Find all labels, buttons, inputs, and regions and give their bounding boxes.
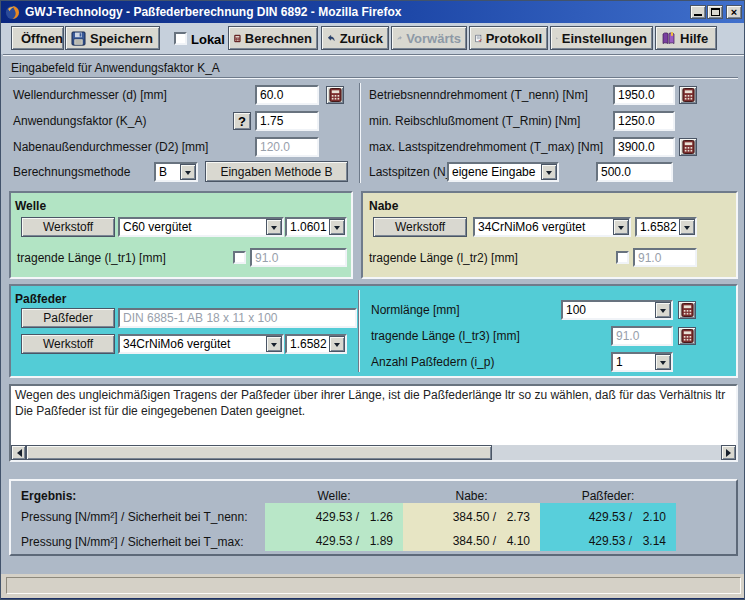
back-button-label: Zurück [340, 31, 383, 46]
key-material-select[interactable]: 34CrNiMo6 vergütet [118, 334, 284, 354]
nabe-safety-tmax: 4.10 [507, 534, 530, 548]
result-cell: 429.53 / 2.10 [540, 510, 676, 524]
key-section-divider [358, 290, 359, 372]
dropdown-arrow-icon[interactable] [266, 336, 282, 352]
key-designation-field [118, 308, 357, 328]
dropdown-arrow-icon[interactable] [655, 302, 671, 318]
key-material-number-value: 1.6582 [287, 336, 329, 352]
calculator-icon [681, 329, 694, 343]
key-count-select[interactable]: 1 [611, 352, 673, 372]
toolbar-divider [3, 54, 744, 55]
nominal-torque-calc-button[interactable] [679, 86, 697, 104]
dropdown-arrow-icon[interactable] [679, 219, 695, 235]
shaft-material-number-value: 1.0601 [287, 219, 329, 235]
calculator-icon [682, 88, 695, 102]
application-window: GWJ-Technology - Paßfederberechnung DIN … [0, 0, 745, 600]
back-button[interactable]: Zurück [321, 26, 389, 50]
local-checkbox[interactable] [174, 32, 187, 45]
application-factor-help-button[interactable]: ? [233, 112, 251, 130]
max-peak-torque-input[interactable] [613, 137, 675, 157]
close-button[interactable]: × [726, 5, 742, 19]
passfeder-pressure-tnenn: 429.53 / [589, 510, 632, 524]
dropdown-arrow-icon[interactable] [329, 336, 345, 352]
results-title: Ergebnis: [21, 489, 76, 503]
maximize-button[interactable] [707, 5, 723, 19]
dropdown-arrow-icon[interactable] [541, 164, 557, 180]
help-button[interactable]: Hilfe [655, 26, 717, 50]
scroll-left-icon [13, 449, 22, 457]
hub-material-select-value: 34CrNiMo6 vergütet [475, 219, 613, 235]
results-band-welle: 429.53 / 1.26 429.53 / 1.89 [265, 503, 403, 551]
shaft-diameter-calc-button[interactable] [326, 86, 344, 104]
shaft-length-checkbox[interactable] [233, 251, 246, 264]
welle-safety-tnenn: 1.26 [370, 510, 393, 524]
scroll-thumb[interactable] [26, 445, 492, 460]
calculate-button[interactable]: Berechnen [228, 26, 318, 50]
results-col-passfeder: Paßfeder: [540, 489, 676, 503]
load-peaks-input[interactable] [596, 162, 673, 182]
form-header: Eingabefeld für Anwendungsfaktor K_A [11, 61, 220, 75]
shaft-diameter-input[interactable] [255, 85, 319, 105]
result-cell: 429.53 / 1.26 [265, 510, 403, 524]
save-button-label: Speichern [90, 31, 153, 46]
message-area: Wegen des ungleichmäßigen Tragens der Pa… [9, 384, 738, 462]
firefox-icon [5, 5, 20, 20]
shaft-material-button[interactable]: Werkstoff [21, 217, 115, 237]
key-length-input [611, 326, 673, 346]
calc-method-select[interactable]: B [154, 162, 198, 182]
nominal-torque-input[interactable] [613, 85, 675, 105]
horizontal-scrollbar[interactable] [11, 445, 736, 460]
passfeder-pressure-tmax: 429.53 / [589, 534, 632, 548]
form-header-divider [9, 77, 738, 78]
shaft-section: Welle Werkstoff C60 vergütet 1.0601 trag… [9, 191, 353, 279]
scroll-left-button[interactable] [11, 445, 26, 460]
toolbar: Öffnen Speichern Lokal [1, 23, 744, 54]
open-button[interactable]: Öffnen [11, 26, 64, 50]
minimize-icon [694, 14, 702, 16]
settings-button[interactable]: Einstellungen [550, 26, 653, 50]
shaft-material-number-select[interactable]: 1.0601 [285, 217, 347, 237]
save-button[interactable]: Speichern [65, 26, 160, 50]
key-select-button[interactable]: Paßfeder [21, 308, 115, 328]
results-band-nabe: 384.50 / 2.73 384.50 / 4.10 [403, 503, 540, 551]
calculator-icon [329, 88, 342, 102]
shaft-length-label: tragende Länge (l_tr1) [mm] [17, 251, 166, 265]
norm-length-label: Normlänge [mm] [371, 303, 460, 317]
dropdown-arrow-icon[interactable] [266, 219, 282, 235]
load-peaks-select-value: eigene Eingabe [449, 164, 541, 180]
protocol-button[interactable]: Protokoll [469, 26, 548, 50]
key-section-title: Paßfeder [15, 292, 66, 306]
scroll-right-button[interactable] [721, 445, 736, 460]
norm-length-calc-button[interactable] [678, 301, 696, 319]
dropdown-arrow-icon[interactable] [613, 219, 629, 235]
hub-length-checkbox[interactable] [616, 251, 629, 264]
open-button-label: Öffnen [21, 31, 63, 46]
norm-length-select[interactable]: 100 [561, 300, 673, 320]
forward-button-label: Vorwärts [406, 31, 461, 46]
hub-material-select[interactable]: 34CrNiMo6 vergütet [473, 217, 631, 237]
hub-material-number-select[interactable]: 1.6582 [635, 217, 697, 237]
hub-section-title: Nabe [369, 199, 398, 213]
calculator-icon [682, 140, 695, 154]
key-material-button[interactable]: Werkstoff [21, 334, 115, 354]
shaft-material-select[interactable]: C60 vergütet [118, 217, 284, 237]
back-icon [327, 31, 336, 45]
key-material-number-select[interactable]: 1.6582 [285, 334, 347, 354]
min-friction-torque-input[interactable] [613, 111, 675, 131]
max-peak-torque-calc-button[interactable] [679, 138, 697, 156]
calculator-icon [234, 31, 241, 46]
results-row1-label: Pressung [N/mm²] / Sicherheit bei T_nenn… [21, 510, 248, 524]
forward-button: Vorwärts [391, 26, 467, 50]
key-length-calc-button[interactable] [678, 327, 696, 345]
dropdown-arrow-icon[interactable] [180, 164, 196, 180]
dropdown-arrow-icon[interactable] [655, 354, 671, 370]
application-factor-input[interactable] [255, 111, 319, 131]
method-b-inputs-button[interactable]: Eingaben Methode B [205, 161, 348, 182]
results-col-nabe: Nabe: [403, 489, 540, 503]
load-peaks-select[interactable]: eigene Eingabe [447, 162, 559, 182]
hub-material-button[interactable]: Werkstoff [373, 217, 467, 237]
titlebar: GWJ-Technology - Paßfederberechnung DIN … [1, 1, 744, 23]
dropdown-arrow-icon[interactable] [329, 219, 345, 235]
minimize-button[interactable] [690, 5, 706, 19]
protocol-icon [475, 31, 482, 46]
